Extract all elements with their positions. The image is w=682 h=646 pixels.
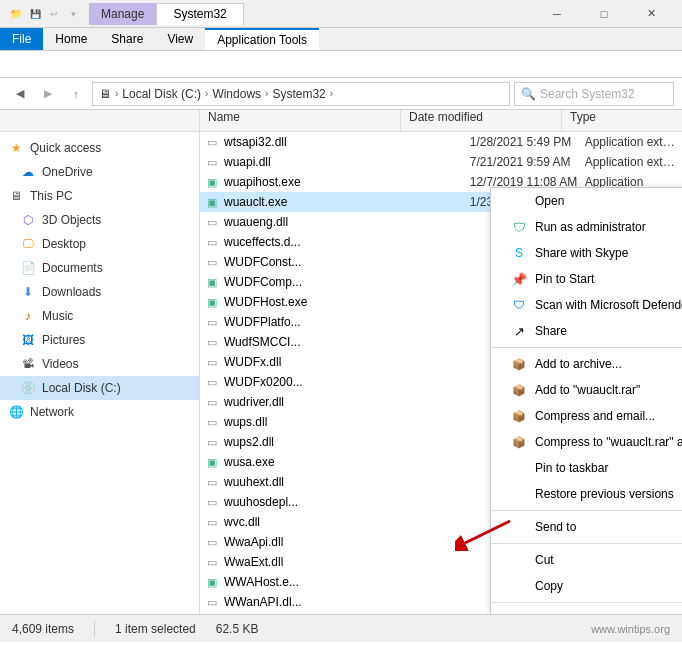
sidebar-label-pictures: Pictures [42, 333, 85, 347]
drive-icon: 💿 [20, 380, 36, 396]
search-box[interactable]: 🔍 Search System32 [514, 82, 674, 106]
ctx-defender[interactable]: 🛡 Scan with Microsoft Defender... [491, 292, 682, 318]
manage-tab[interactable]: Manage [89, 3, 156, 25]
sidebar-label-downloads: Downloads [42, 285, 101, 299]
undo-icon: ↩ [46, 6, 62, 22]
tab-application-tools[interactable]: Application Tools [205, 28, 319, 50]
ctx-add-archive[interactable]: 📦 Add to archive... [491, 351, 682, 377]
file-list[interactable]: ▭wtsapi32.dll 1/28/2021 5:49 PM Applicat… [200, 132, 682, 614]
tab-share[interactable]: Share [99, 28, 155, 50]
sidebar-label-documents: Documents [42, 261, 103, 275]
col-header-name[interactable]: Name [200, 110, 400, 131]
ctx-share[interactable]: ↗ Share [491, 318, 682, 344]
path-sep1: › [115, 88, 118, 99]
file-name: wuuhext.dll [224, 475, 284, 489]
sidebar-label-network: Network [30, 405, 74, 419]
sidebar-item-network[interactable]: 🌐 Network [0, 400, 199, 424]
ctx-skype[interactable]: S Share with Skype [491, 240, 682, 266]
ctx-label-pin-start: Pin to Start [535, 272, 594, 286]
file-row[interactable]: ▭wuapi.dll 7/21/2021 9:59 AM Application… [200, 152, 682, 172]
ctx-pin-taskbar[interactable]: Pin to taskbar [491, 455, 682, 481]
ctx-send-to[interactable]: Send to [491, 514, 682, 540]
ctx-label-share: Share [535, 324, 567, 338]
ribbon-tabs: File Home Share View Application Tools [0, 28, 682, 50]
sidebar-item-this-pc[interactable]: 🖥 This PC [0, 184, 199, 208]
file-date: 7/21/2021 9:59 AM [470, 155, 585, 169]
file-icon: ▭ [204, 354, 220, 370]
title-dropdown-icon: ▾ [65, 6, 81, 22]
address-bar: ◀ ▶ ↑ 🖥 › Local Disk (C:) › Windows › Sy… [0, 78, 682, 110]
tab-home[interactable]: Home [43, 28, 99, 50]
ctx-sep4 [491, 602, 682, 603]
ctx-compress-email[interactable]: 📦 Compress and email... [491, 403, 682, 429]
onedrive-icon: ☁ [20, 164, 36, 180]
sidebar-item-quick-access[interactable]: ★ Quick access [0, 136, 199, 160]
status-bar: 4,609 items 1 item selected 62.5 KB www.… [0, 614, 682, 642]
ctx-label-compress-email: Compress and email... [535, 409, 655, 423]
col-header-type[interactable]: Type [562, 110, 682, 131]
file-icon: ▭ [204, 214, 220, 230]
file-type: Application exten... [585, 155, 678, 169]
sidebar-label-quick-access: Quick access [30, 141, 101, 155]
path-this-pc[interactable]: 🖥 [99, 87, 111, 101]
share-icon: ↗ [511, 323, 527, 339]
ctx-run-as-admin[interactable]: 🛡 Run as administrator [491, 214, 682, 240]
sidebar-item-local-disk[interactable]: 💿 Local Disk (C:) [0, 376, 199, 400]
rar-icon: 📦 [511, 382, 527, 398]
sidebar-item-documents[interactable]: 📄 Documents [0, 256, 199, 280]
sidebar-item-desktop[interactable]: 🖵 Desktop [0, 232, 199, 256]
ctx-compress-rar-email[interactable]: 📦 Compress to "wuauclt.rar" and email [491, 429, 682, 455]
sidebar-item-music[interactable]: ♪ Music [0, 304, 199, 328]
file-name: WUDFConst... [224, 255, 301, 269]
file-icon: ▭ [204, 234, 220, 250]
sidebar-item-videos[interactable]: 📽 Videos [0, 352, 199, 376]
status-selected: 1 item selected [115, 622, 196, 636]
ctx-label-pin-taskbar: Pin to taskbar [535, 461, 608, 475]
path-system32[interactable]: System32 [272, 87, 325, 101]
sidebar: ★ Quick access ☁ OneDrive 🖥 This PC ⬡ 3D… [0, 132, 200, 614]
column-headers: Name Date modified Type [0, 110, 682, 132]
path-local-disk[interactable]: Local Disk (C:) [122, 87, 201, 101]
col-header-date[interactable]: Date modified [401, 110, 561, 131]
system32-tab[interactable]: System32 [156, 3, 243, 25]
file-icon: ▣ [204, 174, 220, 190]
path-sep3: › [265, 88, 268, 99]
address-path[interactable]: 🖥 › Local Disk (C:) › Windows › System32… [92, 82, 510, 106]
tab-file[interactable]: File [0, 28, 43, 50]
back-button[interactable]: ◀ [8, 82, 32, 106]
ctx-create-shortcut[interactable]: Create shortcut [491, 606, 682, 614]
ctx-add-rar[interactable]: 📦 Add to "wuauclt.rar" [491, 377, 682, 403]
file-row[interactable]: ▭wtsapi32.dll 1/28/2021 5:49 PM Applicat… [200, 132, 682, 152]
sidebar-label-3d: 3D Objects [42, 213, 101, 227]
sidebar-item-pictures[interactable]: 🖼 Pictures [0, 328, 199, 352]
up-button[interactable]: ↑ [64, 82, 88, 106]
file-icon: ▭ [204, 414, 220, 430]
ctx-restore-versions[interactable]: Restore previous versions [491, 481, 682, 507]
sidebar-item-downloads[interactable]: ⬇ Downloads [0, 280, 199, 304]
file-name: WWanAPI.dl... [224, 595, 302, 609]
maximize-button[interactable]: □ [581, 0, 627, 28]
path-sep4: › [330, 88, 333, 99]
forward-button[interactable]: ▶ [36, 82, 60, 106]
file-icon: ▭ [204, 434, 220, 450]
file-icon: ▭ [204, 514, 220, 530]
tab-view[interactable]: View [155, 28, 205, 50]
sidebar-item-3d-objects[interactable]: ⬡ 3D Objects [0, 208, 199, 232]
file-name: wtsapi32.dll [224, 135, 287, 149]
defender-icon: 🛡 [511, 297, 527, 313]
file-name: WWAHost.e... [224, 575, 299, 589]
path-windows[interactable]: Windows [212, 87, 261, 101]
ctx-label-sendto: Send to [535, 520, 576, 534]
file-icon: ▣ [204, 574, 220, 590]
close-button[interactable]: ✕ [628, 0, 674, 28]
minimize-button[interactable]: ─ [534, 0, 580, 28]
sidebar-item-onedrive[interactable]: ☁ OneDrive [0, 160, 199, 184]
ctx-copy[interactable]: Copy [491, 573, 682, 599]
file-icon: ▭ [204, 374, 220, 390]
compress-rar-email-icon: 📦 [511, 434, 527, 450]
file-name: WUDFHost.exe [224, 295, 307, 309]
ctx-cut[interactable]: Cut [491, 547, 682, 573]
ctx-open[interactable]: Open [491, 188, 682, 214]
ctx-pin-start[interactable]: 📌 Pin to Start [491, 266, 682, 292]
file-icon: ▣ [204, 274, 220, 290]
